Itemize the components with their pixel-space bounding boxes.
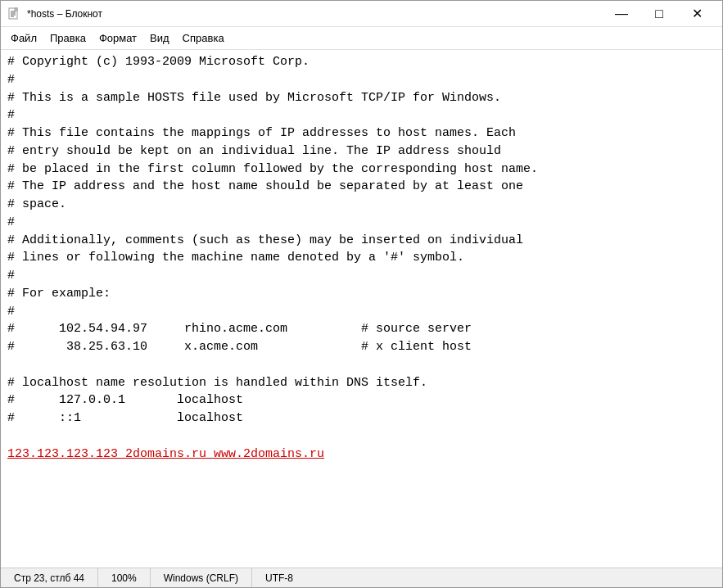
window-controls: — □ ✕ — [603, 1, 716, 27]
close-button[interactable]: ✕ — [678, 1, 716, 27]
app-icon — [7, 7, 20, 20]
menu-view[interactable]: Вид — [143, 29, 176, 47]
minimize-button[interactable]: — — [603, 1, 640, 27]
text-editor[interactable]: # Copyright (c) 1993-2009 Microsoft Corp… — [1, 50, 722, 568]
menu-bar: Файл Правка Формат Вид Справка — [1, 27, 722, 50]
status-encoding: UTF-8 — [252, 568, 306, 587]
status-zoom: 100% — [98, 568, 151, 587]
status-position: Стр 23, стлб 44 — [1, 568, 98, 587]
main-window: *hosts – Блокнот — □ ✕ Файл Правка Форма… — [0, 0, 723, 588]
status-bar: Стр 23, стлб 44 100% Windows (CRLF) UTF-… — [1, 568, 722, 587]
menu-file[interactable]: Файл — [4, 29, 43, 47]
window-title: *hosts – Блокнот — [27, 8, 603, 20]
status-line-ending: Windows (CRLF) — [151, 568, 252, 587]
content-area: # Copyright (c) 1993-2009 Microsoft Corp… — [1, 50, 722, 568]
menu-format[interactable]: Формат — [93, 29, 143, 47]
svg-rect-1 — [15, 8, 17, 11]
menu-help[interactable]: Справка — [176, 29, 231, 47]
maximize-button[interactable]: □ — [640, 1, 678, 27]
menu-edit[interactable]: Правка — [43, 29, 93, 47]
title-bar: *hosts – Блокнот — □ ✕ — [1, 1, 722, 27]
